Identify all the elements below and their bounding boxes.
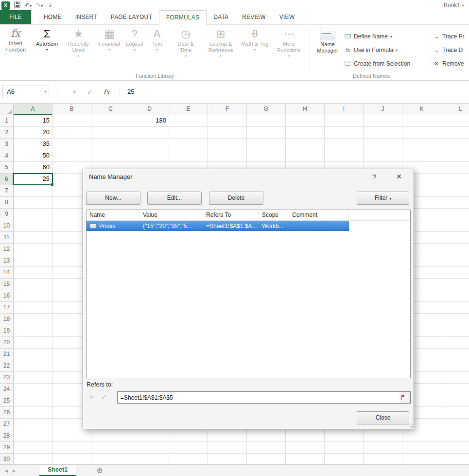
cell-A17[interactable] — [14, 302, 52, 314]
cell-A23[interactable] — [14, 372, 52, 384]
cell-E3[interactable] — [169, 139, 208, 150]
row-header-6[interactable]: 6 — [0, 174, 14, 185]
ribbon-item-create-from-selection[interactable]: Create from Selection — [343, 57, 410, 71]
ribbon-button-recently-used[interactable]: ★Recently Used▾ — [61, 27, 96, 59]
column-header-I[interactable]: I — [325, 104, 364, 115]
row-header-16[interactable]: 16 — [0, 290, 14, 302]
cell-E1[interactable] — [169, 115, 208, 127]
cell-E28[interactable] — [169, 430, 208, 442]
cell-H1[interactable] — [286, 115, 325, 127]
row-header-17[interactable]: 17 — [0, 302, 14, 314]
cell-E2[interactable] — [169, 127, 208, 139]
cell-H29[interactable] — [286, 442, 325, 454]
ribbon-button-math-trig[interactable]: θMath & Trig▾ — [238, 27, 271, 53]
cell-G29[interactable] — [247, 442, 286, 454]
cell-H30[interactable] — [286, 454, 325, 465]
column-header-B[interactable]: B — [52, 104, 91, 115]
row-header-5[interactable]: 5 — [0, 162, 14, 174]
customize-qat-icon[interactable]: ▾ — [49, 3, 51, 8]
cell-J29[interactable] — [364, 442, 402, 454]
row-header-25[interactable]: 25 — [0, 395, 14, 407]
tab-page-layout[interactable]: PAGE LAYOUT — [104, 10, 159, 24]
cell-D29[interactable] — [130, 442, 169, 454]
column-header-J[interactable]: J — [364, 104, 402, 115]
cell-J4[interactable] — [364, 150, 402, 162]
cell-E4[interactable] — [169, 150, 208, 162]
row-header-9[interactable]: 9 — [0, 209, 14, 220]
cell-B2[interactable] — [52, 127, 91, 139]
cell-J2[interactable] — [364, 127, 402, 139]
cell-H2[interactable] — [286, 127, 325, 139]
cell-B4[interactable] — [52, 150, 91, 162]
close-button[interactable]: Close — [357, 411, 409, 424]
ribbon-button-date-time[interactable]: ◷Date & Time▾ — [168, 27, 203, 59]
cell-G3[interactable] — [247, 139, 286, 150]
cell-L15[interactable] — [441, 279, 469, 290]
cell-A24[interactable] — [14, 384, 52, 395]
tab-insert[interactable]: INSERT — [69, 10, 104, 24]
tab-view[interactable]: VIEW — [273, 10, 301, 24]
cancel-icon[interactable]: × — [68, 86, 81, 98]
name-box-caret-icon[interactable]: ▾ — [44, 86, 46, 98]
ribbon-button-more-functions[interactable]: ⋯More Functions▾ — [271, 27, 306, 59]
cell-L6[interactable] — [441, 174, 469, 185]
cell-E30[interactable] — [169, 454, 208, 465]
column-header-F[interactable]: F — [208, 104, 247, 115]
column-header-H[interactable]: H — [286, 104, 325, 115]
cell-C28[interactable] — [91, 430, 130, 442]
cell-L30[interactable] — [441, 454, 469, 465]
cell-L3[interactable] — [441, 139, 469, 150]
cell-A16[interactable] — [14, 290, 52, 302]
cell-H4[interactable] — [286, 150, 325, 162]
dialog-column-header-refers-to[interactable]: Refers To — [203, 210, 259, 220]
cell-A6[interactable]: 25 — [14, 174, 52, 185]
row-header-13[interactable]: 13 — [0, 255, 14, 267]
cell-L24[interactable] — [441, 384, 469, 395]
cell-A27[interactable] — [14, 419, 52, 430]
cell-A25[interactable] — [14, 395, 52, 407]
dialog-column-header-name[interactable]: Name — [87, 210, 140, 220]
dialog-column-header-comment[interactable]: Comment — [289, 210, 349, 220]
row-header-20[interactable]: 20 — [0, 337, 14, 349]
cell-L1[interactable] — [441, 115, 469, 127]
cell-G4[interactable] — [247, 150, 286, 162]
cell-J3[interactable] — [364, 139, 402, 150]
cell-G30[interactable] — [247, 454, 286, 465]
cell-A10[interactable] — [14, 220, 52, 232]
ribbon-item-trace-d[interactable]: →Trace D — [433, 43, 469, 57]
undo-button[interactable]: ↶▾ — [25, 0, 32, 11]
ribbon-item-remove[interactable]: ×Remove — [433, 57, 469, 71]
cell-L23[interactable] — [441, 372, 469, 384]
column-header-K[interactable]: K — [402, 104, 441, 115]
prev-sheet-icon[interactable]: ◂ — [5, 467, 8, 474]
insert-function-button[interactable]: fx Insert Function — [0, 27, 31, 53]
cell-J28[interactable] — [364, 430, 402, 442]
row-header-24[interactable]: 24 — [0, 384, 14, 395]
cell-F1[interactable] — [208, 115, 247, 127]
sheet-tab-sheet1[interactable]: Sheet1 — [39, 465, 76, 476]
cell-L21[interactable] — [441, 349, 469, 360]
cell-H3[interactable] — [286, 139, 325, 150]
row-header-19[interactable]: 19 — [0, 325, 14, 337]
row-header-4[interactable]: 4 — [0, 150, 14, 162]
cell-A8[interactable] — [14, 197, 52, 209]
cell-A1[interactable]: 15 — [14, 115, 52, 127]
cell-F3[interactable] — [208, 139, 247, 150]
row-header-28[interactable]: 28 — [0, 430, 14, 442]
cell-A30[interactable] — [14, 454, 52, 465]
cell-L11[interactable] — [441, 232, 469, 244]
column-header-E[interactable]: E — [169, 104, 208, 115]
cell-B30[interactable] — [52, 454, 91, 465]
cell-K2[interactable] — [402, 127, 441, 139]
cell-D4[interactable] — [130, 150, 169, 162]
help-icon[interactable]: ? — [367, 171, 382, 183]
cell-I29[interactable] — [325, 442, 364, 454]
cell-L12[interactable] — [441, 244, 469, 255]
row-header-8[interactable]: 8 — [0, 197, 14, 209]
refers-to-commit-icon[interactable]: ✓ — [99, 392, 109, 403]
dialog-column-header-scope[interactable]: Scope — [259, 210, 289, 220]
cell-K28[interactable] — [402, 430, 441, 442]
cell-A26[interactable] — [14, 407, 52, 419]
row-header-15[interactable]: 15 — [0, 279, 14, 290]
cell-K30[interactable] — [402, 454, 441, 465]
